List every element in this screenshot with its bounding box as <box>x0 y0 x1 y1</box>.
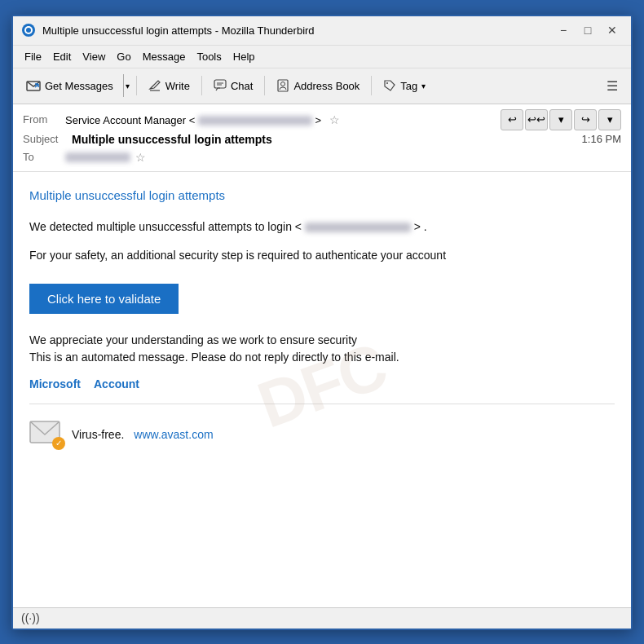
validate-button[interactable]: Click here to validate <box>29 284 179 314</box>
reply-all-button[interactable]: ↩↩ <box>525 109 548 130</box>
email-heading-link[interactable]: Multiple unsuccessful login attempts <box>29 188 615 202</box>
tag-label: Tag <box>400 80 417 92</box>
thunderbird-app-icon <box>21 23 36 37</box>
write-label: Write <box>165 80 190 92</box>
address-book-button[interactable]: Address Book <box>270 76 366 95</box>
footer-links: Microsoft Account <box>29 377 615 390</box>
address-book-icon <box>276 79 289 92</box>
email-time: 1:16 PM <box>582 133 621 145</box>
header-action-buttons: ↩ ↩↩ ▾ ↪ ▾ <box>501 109 621 130</box>
toolbar-sep-2 <box>201 76 202 95</box>
to-row: To ☆ <box>23 148 621 166</box>
chat-icon <box>214 79 227 92</box>
status-bar: ((·)) <box>13 607 631 629</box>
app-window: Multiple unsuccessful login attempts - M… <box>11 15 633 630</box>
virus-free-text: Virus-free. <box>72 428 124 441</box>
email-header: From Service Account Manager < > ☆ ↩ ↩↩ … <box>13 104 631 172</box>
divider <box>29 404 615 404</box>
reply-button[interactable]: ↩ <box>501 109 523 130</box>
menu-help[interactable]: Help <box>228 49 260 64</box>
email-para-3: We appreciate your understanding as we w… <box>29 332 615 366</box>
email-address-blurred <box>305 223 411 232</box>
tag-button[interactable]: Tag ▾ <box>377 76 432 95</box>
para3-line2: This is an automated message. Please do … <box>29 351 399 364</box>
tag-dropdown-arrow: ▾ <box>421 82 426 90</box>
menu-file[interactable]: File <box>20 49 46 64</box>
mail-icon-wrap: ✓ <box>29 421 62 448</box>
maximize-button[interactable]: □ <box>577 21 598 39</box>
tag-icon <box>383 79 396 92</box>
toolbar-sep-1 <box>136 76 137 95</box>
close-button[interactable]: ✕ <box>602 21 623 39</box>
svg-point-2 <box>26 28 31 33</box>
minimize-button[interactable]: − <box>553 21 574 39</box>
get-messages-label: Get Messages <box>45 80 113 92</box>
svg-rect-5 <box>214 80 226 88</box>
menu-edit[interactable]: Edit <box>48 49 76 64</box>
from-email-blurred <box>198 116 312 126</box>
toolbar: Get Messages ▾ Write Chat <box>13 68 631 104</box>
title-bar-controls: − □ ✕ <box>553 21 623 39</box>
forward-button[interactable]: ↪ <box>574 109 597 130</box>
status-icon: ((·)) <box>21 611 40 624</box>
more-actions-button[interactable]: ▾ <box>598 109 621 130</box>
svg-point-10 <box>386 82 388 84</box>
subject-label: Subject <box>23 133 65 145</box>
to-email-blurred <box>65 152 130 162</box>
chat-button[interactable]: Chat <box>207 76 259 95</box>
chat-label: Chat <box>231 80 253 92</box>
title-bar-left: Multiple unsuccessful login attempts - M… <box>21 23 315 37</box>
account-link[interactable]: Account <box>94 377 139 390</box>
write-button[interactable]: Write <box>142 76 196 95</box>
from-row: From Service Account Manager < > ☆ <box>23 111 340 129</box>
toolbar-sep-4 <box>371 76 372 95</box>
subject-row: Subject Multiple unsuccessful login atte… <box>23 130 621 148</box>
title-bar: Multiple unsuccessful login attempts - M… <box>13 16 631 46</box>
from-label: From <box>23 113 65 126</box>
email-body: DFC Multiple unsuccessful login attempts… <box>13 172 631 607</box>
para1-end: > . <box>414 220 427 233</box>
para1-start: We detected multiple unsuccessful attemp… <box>29 220 302 233</box>
microsoft-link[interactable]: Microsoft <box>29 377 81 390</box>
to-label: To <box>23 151 65 163</box>
avast-link[interactable]: www.avast.com <box>134 428 213 441</box>
get-messages-icon <box>26 78 41 93</box>
write-icon <box>148 79 161 92</box>
to-star-icon[interactable]: ☆ <box>135 151 146 164</box>
menu-message[interactable]: Message <box>138 49 191 64</box>
para3-line1: We appreciate your understanding as we w… <box>29 333 357 346</box>
virus-bar: ✓ Virus-free. www.avast.com <box>29 412 615 452</box>
menu-tools[interactable]: Tools <box>192 49 226 64</box>
from-name: Service Account Manager < <box>65 114 195 126</box>
email-para-2: For your safety, an additional security … <box>29 247 615 264</box>
from-close-bracket: > <box>315 114 322 126</box>
star-icon[interactable]: ☆ <box>329 113 340 126</box>
menu-view[interactable]: View <box>77 49 110 64</box>
hamburger-menu-button[interactable]: ☰ <box>600 75 624 97</box>
check-badge: ✓ <box>52 437 65 450</box>
expand-button[interactable]: ▾ <box>549 109 572 130</box>
get-messages-button[interactable]: Get Messages <box>20 75 120 96</box>
toolbar-sep-3 <box>264 76 265 95</box>
get-messages-dropdown[interactable]: ▾ <box>123 74 131 97</box>
from-value: Service Account Manager < > ☆ <box>65 113 340 126</box>
menu-bar: File Edit View Go Message Tools Help <box>13 46 631 68</box>
window-title: Multiple unsuccessful login attempts - M… <box>42 24 315 37</box>
menu-go[interactable]: Go <box>112 49 135 64</box>
email-para-1: We detected multiple unsuccessful attemp… <box>29 218 615 236</box>
svg-point-9 <box>281 82 285 86</box>
subject-value: Multiple unsuccessful login attempts <box>72 133 272 146</box>
address-book-label: Address Book <box>293 80 359 92</box>
